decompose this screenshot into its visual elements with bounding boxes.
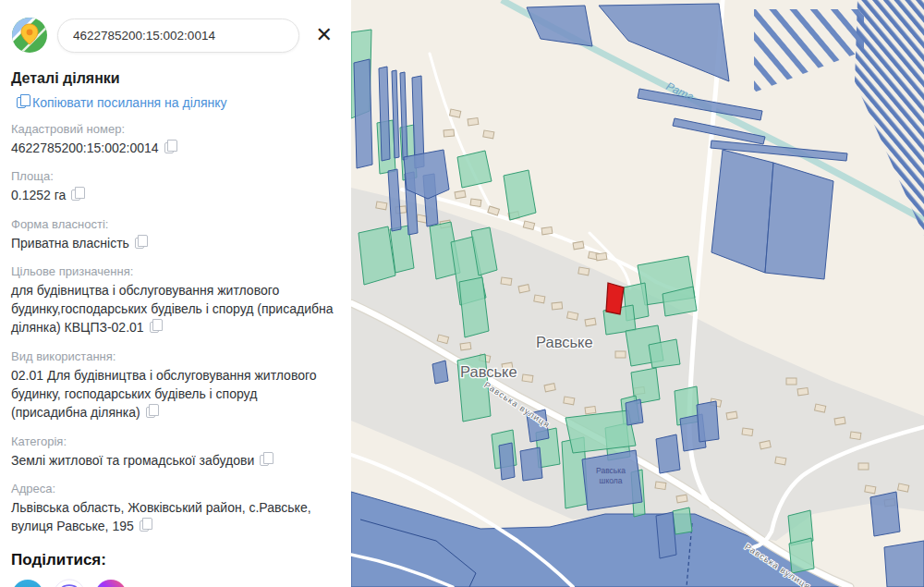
building xyxy=(564,397,575,405)
close-icon[interactable]: ✕ xyxy=(309,21,340,49)
field-value: Приватна власність xyxy=(11,236,129,251)
blue-parcel[interactable] xyxy=(697,401,719,442)
blue-parcel[interactable] xyxy=(404,150,449,199)
village-label: Равське xyxy=(460,363,517,380)
details-sidebar: ✕ Деталі ділянки Копіювати посилання на … xyxy=(0,0,351,587)
school-label: школа xyxy=(600,476,623,485)
building xyxy=(655,482,666,489)
blue-parcel[interactable] xyxy=(711,150,773,273)
field-value: 02.01 Для будівництва і обслуговування ж… xyxy=(11,368,317,421)
field-value: 4622785200:15:002:0014 xyxy=(11,141,159,155)
copy-parcel-link[interactable]: Копіювати посилання на ділянку xyxy=(11,95,340,110)
target-parcel[interactable] xyxy=(606,283,624,314)
building xyxy=(455,190,466,199)
green-parcel[interactable] xyxy=(649,339,680,368)
copy-link-label: Копіювати посилання на ділянку xyxy=(32,95,227,110)
share-title: Поділитися: xyxy=(11,551,340,569)
building xyxy=(858,463,869,470)
blue-parcel[interactable] xyxy=(626,399,643,425)
building xyxy=(470,199,481,206)
field-address: Адреса: Львівська область, Жовківський р… xyxy=(11,482,340,536)
village-label: Равське xyxy=(536,334,593,350)
map-pin-logo-icon[interactable] xyxy=(11,17,48,54)
green-parcel[interactable] xyxy=(565,410,636,453)
viber-icon[interactable] xyxy=(53,579,86,587)
copy-icon[interactable] xyxy=(260,455,269,466)
copy-icon[interactable] xyxy=(150,322,159,333)
cadastral-map-app: ✕ Деталі ділянки Копіювати посилання на … xyxy=(0,0,924,587)
building xyxy=(534,295,545,303)
field-label: Цільове призначення: xyxy=(11,264,340,278)
building xyxy=(522,374,533,382)
field-ownership: Форма власності: Приватна власність xyxy=(11,217,340,252)
green-parcel[interactable] xyxy=(457,151,492,188)
building xyxy=(786,378,796,385)
field-purpose: Цільове призначення: для будівництва і о… xyxy=(11,264,340,337)
field-label: Вид використання: xyxy=(11,349,340,363)
page-title: Деталі ділянки xyxy=(11,70,340,87)
blue-parcel[interactable] xyxy=(354,59,372,168)
building xyxy=(797,387,808,395)
copy-icon[interactable] xyxy=(146,407,155,418)
building xyxy=(615,351,626,358)
field-value: Землі житлової та громадської забудови xyxy=(11,453,254,468)
field-value: Львівська область, Жовківський район, с.… xyxy=(11,500,311,533)
building xyxy=(726,411,737,420)
building xyxy=(775,457,786,465)
building xyxy=(573,241,584,250)
telegram-icon[interactable] xyxy=(11,579,44,587)
building xyxy=(483,130,494,139)
copy-icon[interactable] xyxy=(140,520,149,532)
green-parcel[interactable] xyxy=(673,508,692,534)
search-input[interactable] xyxy=(57,18,299,53)
field-value: для будівництва і обслуговування житлово… xyxy=(11,283,333,336)
map-canvas[interactable]: Рата Равське Равське Равська вулиця Равс… xyxy=(351,0,924,587)
blue-parcel[interactable] xyxy=(884,541,924,587)
field-value: 0.1252 га xyxy=(11,188,66,202)
blue-parcel[interactable] xyxy=(656,434,680,473)
building xyxy=(552,302,563,310)
field-label: Форма власності: xyxy=(11,217,340,231)
building xyxy=(541,226,553,234)
field-cadastral-number: Кадастровий номер: 4622785200:15:002:001… xyxy=(11,122,340,157)
building xyxy=(742,428,753,435)
building xyxy=(834,417,845,425)
building xyxy=(376,202,387,210)
blue-parcel[interactable] xyxy=(656,512,676,558)
building xyxy=(585,406,596,413)
copy-icon xyxy=(17,97,26,108)
field-area: Площа: 0.1252 га xyxy=(11,169,340,204)
blue-parcel[interactable] xyxy=(765,163,833,279)
building xyxy=(444,129,455,137)
blue-parcel[interactable] xyxy=(432,361,448,384)
field-label: Площа: xyxy=(11,169,340,183)
building xyxy=(501,277,512,285)
building xyxy=(850,432,861,439)
blue-parcel[interactable] xyxy=(870,492,900,536)
messenger-icon[interactable] xyxy=(94,579,128,587)
building xyxy=(468,117,479,125)
field-label: Категорія: xyxy=(11,434,340,448)
field-category: Категорія: Землі житлової та громадської… xyxy=(11,434,340,470)
copy-icon[interactable] xyxy=(164,142,174,153)
building xyxy=(596,252,607,260)
building xyxy=(585,318,596,326)
header-row: ✕ xyxy=(11,17,340,54)
building xyxy=(578,267,590,275)
copy-icon[interactable] xyxy=(71,190,80,201)
field-use-type: Вид використання: 02.01 Для будівництва … xyxy=(11,349,340,422)
school-label: Равська xyxy=(596,466,626,475)
green-parcel[interactable] xyxy=(789,538,814,573)
blue-parcel[interactable] xyxy=(499,443,515,480)
building xyxy=(676,495,687,503)
field-label: Кадастровий номер: xyxy=(11,122,340,136)
building xyxy=(460,342,471,349)
blue-parcel[interactable] xyxy=(520,447,542,481)
building xyxy=(865,485,876,494)
field-label: Адреса: xyxy=(11,482,340,495)
copy-icon[interactable] xyxy=(135,238,144,249)
share-row xyxy=(11,579,340,587)
